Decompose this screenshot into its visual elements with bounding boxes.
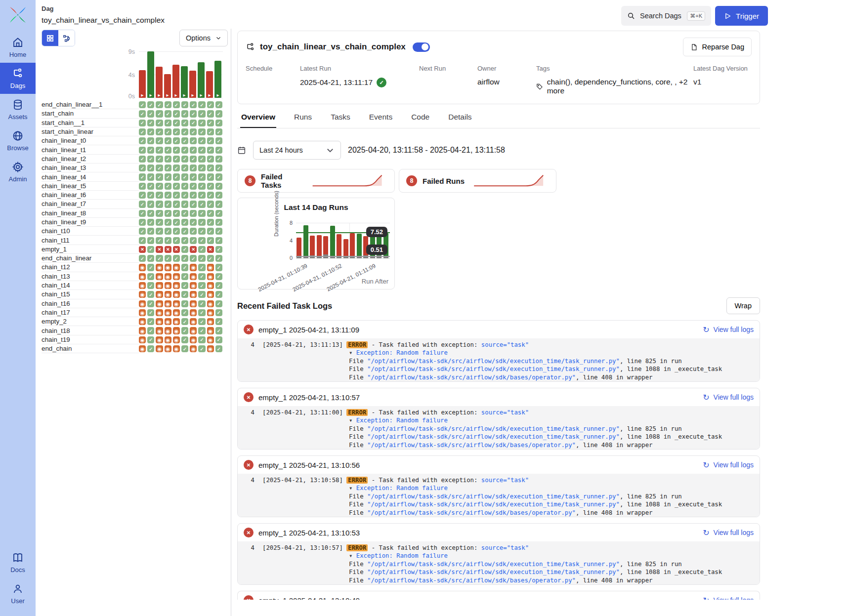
success-status-square[interactable]: ✓ — [165, 101, 171, 108]
sidebar-item-assets[interactable]: Assets — [0, 94, 36, 125]
upstream-failed-status-square[interactable]: ◉ — [173, 282, 180, 289]
success-status-square[interactable]: ✓ — [190, 183, 197, 190]
upstream-failed-status-square[interactable]: ◉ — [207, 282, 214, 289]
run-duration-bar[interactable]: ▶ — [189, 71, 196, 98]
upstream-failed-status-square[interactable]: ◉ — [165, 345, 171, 352]
success-status-square[interactable]: ✓ — [215, 147, 222, 154]
success-status-square[interactable]: ✓ — [181, 156, 188, 163]
success-status-square[interactable]: ✓ — [215, 137, 222, 144]
upstream-failed-status-square[interactable]: ◉ — [139, 264, 146, 271]
success-status-square[interactable]: ✓ — [198, 137, 205, 144]
success-status-square[interactable]: ✓ — [215, 345, 222, 352]
success-status-square[interactable]: ✓ — [165, 128, 171, 135]
success-status-square[interactable]: ✓ — [215, 101, 222, 108]
upstream-failed-status-square[interactable]: ◉ — [165, 327, 171, 334]
view-full-logs-link[interactable]: ↻ View full logs — [703, 460, 754, 470]
success-status-square[interactable]: ✓ — [190, 128, 197, 135]
file-path-link[interactable]: "/opt/airflow/task-sdk/src/airflow/sdk/e… — [367, 425, 620, 432]
success-status-square[interactable]: ✓ — [198, 192, 205, 199]
success-status-square[interactable]: ✓ — [198, 264, 205, 271]
task-name[interactable]: chain_t16 — [42, 299, 139, 308]
success-status-square[interactable]: ✓ — [215, 264, 222, 271]
success-status-square[interactable]: ✓ — [181, 183, 188, 190]
upstream-failed-status-square[interactable]: ◉ — [190, 291, 197, 298]
success-status-square[interactable]: ✓ — [181, 327, 188, 334]
success-status-square[interactable]: ✓ — [139, 110, 146, 117]
success-status-square[interactable]: ✓ — [215, 309, 222, 316]
success-status-square[interactable]: ✓ — [181, 336, 188, 343]
success-status-square[interactable]: ✓ — [147, 173, 154, 180]
success-status-square[interactable]: ✓ — [173, 219, 180, 226]
success-status-square[interactable]: ✓ — [147, 228, 154, 235]
success-status-square[interactable]: ✓ — [147, 291, 154, 298]
upstream-failed-status-square[interactable]: ◉ — [173, 327, 180, 334]
upstream-failed-status-square[interactable]: ◉ — [165, 273, 171, 280]
success-status-square[interactable]: ✓ — [207, 120, 214, 126]
task-name[interactable]: chain_linear_t4 — [42, 172, 139, 181]
upstream-failed-status-square[interactable]: ◉ — [156, 273, 163, 280]
upstream-failed-status-square[interactable]: ◉ — [156, 336, 163, 343]
upstream-failed-status-square[interactable]: ◉ — [156, 300, 163, 307]
success-status-square[interactable]: ✓ — [181, 291, 188, 298]
upstream-failed-status-square[interactable]: ◉ — [207, 327, 214, 334]
success-status-square[interactable]: ✓ — [147, 219, 154, 226]
success-status-square[interactable]: ✓ — [190, 147, 197, 154]
upstream-failed-status-square[interactable]: ◉ — [156, 309, 163, 316]
success-status-square[interactable]: ✓ — [190, 219, 197, 226]
success-status-square[interactable]: ✓ — [181, 228, 188, 235]
success-status-square[interactable]: ✓ — [181, 128, 188, 135]
success-status-square[interactable]: ✓ — [207, 128, 214, 135]
success-status-square[interactable]: ✓ — [207, 173, 214, 180]
task-name[interactable]: chain_t17 — [42, 308, 139, 317]
success-status-square[interactable]: ✓ — [156, 173, 163, 180]
upstream-failed-status-square[interactable]: ◉ — [190, 300, 197, 307]
success-status-square[interactable]: ✓ — [139, 201, 146, 207]
success-status-square[interactable]: ✓ — [165, 228, 171, 235]
upstream-failed-status-square[interactable]: ◉ — [207, 309, 214, 316]
task-name[interactable]: chain_linear_t5 — [42, 182, 139, 191]
success-status-square[interactable]: ✓ — [215, 183, 222, 190]
success-status-square[interactable]: ✓ — [215, 291, 222, 298]
dag-run-bar[interactable] — [330, 226, 335, 258]
file-path-link[interactable]: "/opt/airflow/task-sdk/src/airflow/sdk/e… — [367, 493, 620, 500]
success-status-square[interactable]: ✓ — [156, 101, 163, 108]
log-source-link[interactable]: source="task" — [481, 477, 529, 484]
file-path-link[interactable]: "/opt/airflow/task-sdk/src/airflow/sdk/e… — [367, 366, 620, 372]
task-name[interactable]: start_chain__1 — [42, 119, 139, 127]
success-status-square[interactable]: ✓ — [173, 192, 180, 199]
success-status-square[interactable]: ✓ — [198, 219, 205, 226]
sidebar-item-admin[interactable]: Admin — [0, 156, 36, 187]
time-range-select[interactable]: Last 24 hours — [253, 141, 341, 160]
success-status-square[interactable]: ✓ — [139, 219, 146, 226]
run-duration-bar[interactable]: ▶ — [214, 61, 221, 98]
log-body[interactable]: 4[2025-04-21, 13:11:13] ERROR - Task fai… — [238, 338, 760, 381]
upstream-failed-status-square[interactable]: ◉ — [156, 327, 163, 334]
success-status-square[interactable]: ✓ — [156, 110, 163, 117]
run-duration-bar[interactable]: ▶ — [164, 74, 171, 98]
log-source-link[interactable]: source="task" — [481, 544, 529, 551]
sidebar-item-dags[interactable]: Dags — [0, 63, 36, 94]
success-status-square[interactable]: ✓ — [165, 219, 171, 226]
success-status-square[interactable]: ✓ — [173, 101, 180, 108]
exception-link[interactable]: Exception: Random failure — [356, 417, 448, 424]
success-status-square[interactable]: ✓ — [215, 246, 222, 253]
success-status-square[interactable]: ✓ — [207, 156, 214, 163]
success-status-square[interactable]: ✓ — [215, 120, 222, 126]
success-status-square[interactable]: ✓ — [207, 147, 214, 154]
reparse-dag-button[interactable]: Reparse Dag — [683, 38, 752, 56]
task-name[interactable]: end_chain_linear__1 — [42, 100, 139, 109]
success-status-square[interactable]: ✓ — [147, 327, 154, 334]
file-path-link[interactable]: "/opt/airflow/task-sdk/src/airflow/sdk/b… — [367, 509, 576, 516]
success-status-square[interactable]: ✓ — [215, 255, 222, 262]
upstream-failed-status-square[interactable]: ◉ — [165, 336, 171, 343]
success-status-square[interactable]: ✓ — [215, 237, 222, 244]
dag-pause-toggle[interactable] — [413, 42, 430, 52]
upstream-failed-status-square[interactable]: ◉ — [190, 318, 197, 325]
success-status-square[interactable]: ✓ — [156, 137, 163, 144]
task-name[interactable]: chain_t14 — [42, 281, 139, 290]
task-name[interactable]: chain_linear_t8 — [42, 209, 139, 218]
graph-view-button[interactable] — [58, 30, 75, 46]
dag-run-bar[interactable] — [350, 233, 355, 258]
tab-overview[interactable]: Overview — [240, 108, 276, 128]
success-status-square[interactable]: ✓ — [147, 345, 154, 352]
